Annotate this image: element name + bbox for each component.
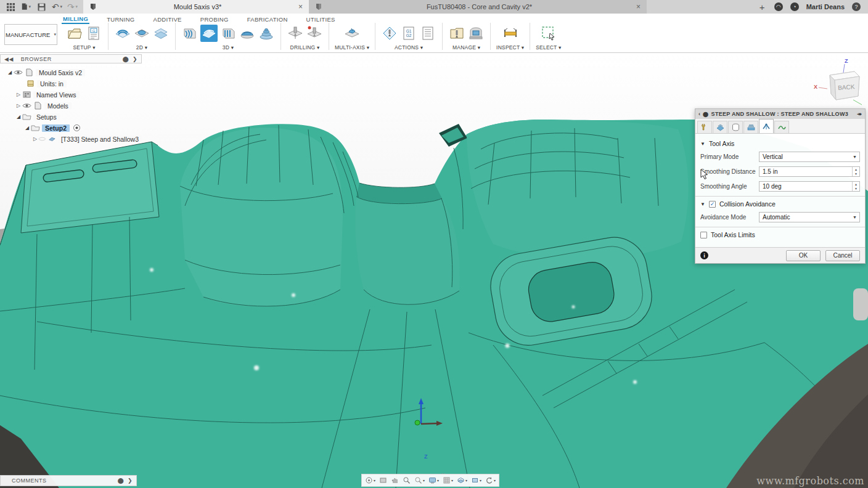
- panel-expand-icon[interactable]: ❯: [128, 478, 133, 484]
- select-icon[interactable]: [540, 25, 557, 42]
- file-menu-icon[interactable]: ▾: [22, 2, 31, 12]
- zoom-button[interactable]: [403, 476, 411, 484]
- zoom-window-button[interactable]: ▾: [414, 476, 425, 484]
- tool-axis-limits-row[interactable]: Tool Axis Limits: [700, 231, 860, 238]
- tab-turning[interactable]: TURNING: [105, 15, 136, 23]
- pan-button[interactable]: [391, 476, 399, 484]
- dialog-dock-icon[interactable]: ↠: [857, 111, 862, 117]
- setup-sheet-icon[interactable]: [419, 25, 436, 42]
- group-label-manage[interactable]: MANAGE ▾: [452, 44, 480, 51]
- 2d-adaptive-icon[interactable]: [114, 25, 131, 42]
- panel-settings-icon[interactable]: ⬤: [117, 478, 124, 484]
- close-tab-icon[interactable]: ×: [636, 2, 641, 11]
- group-label-2d[interactable]: 2D ▾: [136, 44, 147, 51]
- close-tab-icon[interactable]: ×: [298, 2, 303, 11]
- notifications-icon[interactable]: ◔: [790, 2, 799, 11]
- tree-item-setups[interactable]: ◢ Setups: [0, 112, 142, 122]
- group-label-setup[interactable]: SETUP ▾: [73, 44, 95, 51]
- redo-icon[interactable]: ↷▾: [68, 2, 77, 12]
- undo-icon[interactable]: ↶▾: [52, 2, 62, 12]
- drill-icon[interactable]: [287, 25, 304, 42]
- multiaxis-icon[interactable]: [343, 25, 361, 42]
- spin-up-icon[interactable]: ▲: [853, 167, 859, 172]
- group-label-inspect[interactable]: INSPECT ▾: [496, 44, 524, 51]
- browser-header[interactable]: ◀◀ BROWSER ⬤ ❯: [0, 54, 142, 63]
- visibility-eye-dim-icon[interactable]: [38, 135, 46, 143]
- simulate-icon[interactable]: [381, 25, 398, 42]
- document-tab-active[interactable]: Mould 5axis v3* ×: [83, 0, 309, 14]
- dialog-titlebar[interactable]: ‹ ⬤ STEEP AND SHALLOW : STEEP AND SHALLO…: [695, 109, 865, 119]
- spin-down-icon[interactable]: ▼: [853, 187, 859, 192]
- save-icon[interactable]: [37, 2, 46, 12]
- tab-probing[interactable]: PROBING: [199, 15, 230, 23]
- visibility-eye-icon[interactable]: [22, 102, 31, 110]
- avoidance-mode-select[interactable]: Automatic ▼: [759, 212, 860, 222]
- 3d-adaptive-icon[interactable]: [181, 25, 199, 42]
- tool-axis-tab-selected[interactable]: [759, 119, 774, 133]
- tree-item-label[interactable]: Named Views: [33, 91, 80, 99]
- viewports-button[interactable]: ▾: [457, 476, 467, 484]
- new-setup-icon[interactable]: [66, 25, 83, 42]
- group-label-3d[interactable]: 3D ▾: [223, 44, 234, 51]
- expander-icon[interactable]: ▷: [15, 92, 22, 97]
- measure-icon[interactable]: [502, 25, 519, 42]
- collapse-panel-icon[interactable]: ◀◀: [4, 56, 14, 62]
- spin-down-icon[interactable]: ▼: [853, 172, 859, 177]
- tree-item-named-views[interactable]: ▷ Named Views: [0, 89, 142, 100]
- info-icon[interactable]: i: [700, 251, 708, 259]
- primary-mode-select[interactable]: Vertical ▼: [759, 152, 860, 162]
- ok-button[interactable]: OK: [786, 250, 821, 261]
- user-account-button[interactable]: Marti Deans: [806, 3, 845, 10]
- tab-fabrication[interactable]: FABRICATION: [246, 15, 289, 23]
- view-mode-button[interactable]: ▾: [471, 476, 481, 484]
- tree-item-root[interactable]: ◢ Mould 5axis v2: [0, 67, 142, 78]
- extensions-icon[interactable]: ◠: [774, 2, 783, 11]
- tree-item-setup2[interactable]: ◢ Setup2: [0, 123, 142, 133]
- orbit-button[interactable]: ▾: [365, 476, 375, 484]
- expander-icon[interactable]: ▷: [32, 136, 38, 142]
- geometry-tab[interactable]: [713, 121, 727, 133]
- section-collapse-icon[interactable]: ▼: [700, 201, 705, 207]
- panel-expand-icon[interactable]: ❯: [133, 56, 137, 62]
- smoothing-angle-input[interactable]: 10 deg ▲▼: [759, 181, 860, 192]
- tree-item-label-selected[interactable]: Setup2: [42, 124, 70, 132]
- tree-item-label[interactable]: Models: [44, 102, 72, 110]
- expander-icon[interactable]: ◢: [15, 114, 22, 120]
- 3d-parallel-icon[interactable]: [219, 25, 237, 42]
- gcode-sheet-icon[interactable]: G: [85, 25, 102, 42]
- tree-item-label[interactable]: Units: in: [37, 80, 67, 87]
- steep-and-shallow-icon[interactable]: [200, 25, 218, 42]
- tool-library-icon[interactable]: [448, 25, 465, 42]
- data-panel-grid-icon[interactable]: [6, 2, 15, 12]
- tab-utilities[interactable]: UTILITIES: [305, 15, 337, 23]
- tree-item-units[interactable]: Units: in: [0, 78, 142, 89]
- tree-item-label[interactable]: Setups: [33, 113, 60, 121]
- tool-tab[interactable]: [697, 121, 712, 133]
- post-process-icon[interactable]: G1G2: [400, 25, 417, 42]
- look-at-button[interactable]: [379, 476, 387, 484]
- group-label-actions[interactable]: ACTIONS ▾: [395, 44, 423, 51]
- tab-additive[interactable]: ADDITIVE: [152, 15, 183, 23]
- group-label-select[interactable]: SELECT ▾: [536, 44, 561, 51]
- tree-item-models[interactable]: ▷ Models: [0, 100, 142, 111]
- expander-icon[interactable]: ▷: [15, 103, 22, 108]
- 2d-contour-icon[interactable]: [152, 25, 170, 42]
- workspace-selector[interactable]: MANUFACTURE▾: [4, 24, 57, 45]
- tool-axis-limits-checkbox-unchecked[interactable]: [700, 232, 707, 238]
- dialog-collapse-icon[interactable]: ‹: [698, 111, 700, 117]
- tool-axis-section-header[interactable]: ▼ Tool Axis: [700, 140, 860, 147]
- passes-tab[interactable]: [743, 121, 758, 133]
- tree-item-label[interactable]: Mould 5axis v2: [36, 69, 85, 76]
- viewcube[interactable]: Z X BACK: [809, 57, 868, 107]
- visibility-eye-icon[interactable]: [14, 68, 23, 76]
- viewcube-face-label[interactable]: BACK: [838, 83, 855, 91]
- grid-snaps-button[interactable]: ▾: [443, 476, 453, 484]
- collision-avoidance-section-header[interactable]: ▼ ✓ Collision Avoidance: [700, 200, 860, 208]
- new-tab-button[interactable]: +: [758, 2, 767, 12]
- linking-tab[interactable]: [774, 121, 789, 133]
- expander-icon[interactable]: ◢: [23, 125, 31, 131]
- group-label-multiaxis[interactable]: MULTI-AXIS ▾: [335, 44, 369, 51]
- 3d-spiral-icon[interactable]: [258, 25, 275, 42]
- 2d-pocket-icon[interactable]: [133, 25, 150, 42]
- comments-header[interactable]: COMMENTS ⬤ ❯: [0, 475, 137, 486]
